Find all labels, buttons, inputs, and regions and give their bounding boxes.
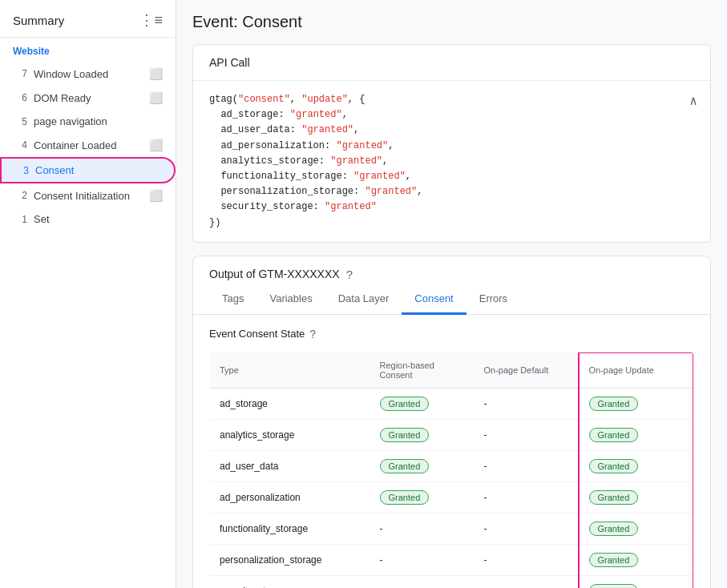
cell-region: Granted (370, 389, 475, 420)
code-line-1: gtag("consent", "update", { (209, 92, 694, 107)
col-header-default: On-page Default (475, 352, 579, 389)
code-line-4: ad_personalization: "granted", (209, 139, 694, 154)
cell-update: Granted (579, 420, 694, 451)
cell-default: - (475, 451, 579, 482)
cell-update: Granted (579, 545, 694, 576)
sidebar-item-dom-ready[interactable]: 6 DOM Ready ⬜ (0, 86, 176, 110)
cell-type: personalization_storage (210, 545, 370, 576)
code-line-6: functionality_storage: "granted", (209, 169, 694, 184)
cell-update: Granted (579, 482, 694, 513)
cell-region: - (370, 513, 475, 545)
sidebar: Summary ⋮≡ Website 7 Window Loaded ⬜ 6 D… (0, 0, 176, 588)
sidebar-item-container-loaded[interactable]: 4 Container Loaded ⬜ (0, 133, 176, 157)
table-row: personalization_storage--Granted (210, 545, 694, 576)
output-tabs: Tags Variables Data Layer Consent Errors (193, 284, 710, 315)
cell-type: analytics_storage (210, 420, 370, 451)
output-card: Output of GTM-XXXXXXX ? Tags Variables D… (192, 256, 711, 588)
code-line-5: analytics_storage: "granted", (209, 154, 694, 169)
cell-default: - (475, 513, 579, 545)
tag-icon: ⬜ (149, 91, 163, 104)
cell-type: functionality_storage (210, 513, 370, 545)
help-icon[interactable]: ? (346, 268, 353, 281)
sidebar-item-page-navigation[interactable]: 5 page navigation (0, 110, 176, 133)
collapse-icon[interactable]: ∧ (689, 92, 697, 113)
cell-default: - (475, 389, 579, 420)
sidebar-title: Summary (13, 14, 64, 27)
consent-help-icon[interactable]: ? (309, 328, 316, 340)
sidebar-item-set[interactable]: 1 Set (0, 207, 176, 231)
cell-default: - (475, 576, 579, 588)
tab-errors[interactable]: Errors (466, 284, 520, 315)
code-line-8: security_storage: "granted" (209, 199, 694, 215)
cell-region: - (370, 545, 475, 576)
cell-default: - (475, 482, 579, 513)
cell-type: ad_user_data (210, 451, 370, 482)
cell-update: Granted (579, 513, 694, 545)
cell-update: Granted (579, 451, 694, 482)
api-call-code: ∧ gtag("consent", "update", { ad_storage… (193, 81, 710, 242)
cell-default: - (475, 420, 579, 451)
sidebar-item-window-loaded[interactable]: 7 Window Loaded ⬜ (0, 62, 176, 86)
output-header: Output of GTM-XXXXXXX ? (193, 256, 710, 281)
table-row: ad_personalizationGranted-Granted (210, 482, 694, 513)
tag-icon: ⬜ (149, 139, 163, 151)
api-call-card: API Call ∧ gtag("consent", "update", { a… (192, 44, 711, 243)
sidebar-header: Summary ⋮≡ (0, 0, 176, 38)
code-line-2: ad_storage: "granted", (209, 107, 694, 123)
output-title: Output of GTM-XXXXXXX (209, 268, 340, 280)
tag-icon: ⬜ (149, 189, 163, 202)
table-row: security_storage--Granted (210, 576, 694, 588)
tab-data-layer[interactable]: Data Layer (325, 284, 402, 315)
consent-table: Type Region-basedConsent On-page Default… (209, 352, 694, 588)
col-header-type: Type (210, 352, 370, 389)
main-content: Event: Consent API Call ∧ gtag("consent"… (176, 0, 727, 588)
tab-consent[interactable]: Consent (402, 284, 466, 315)
code-line-3: ad_user_data: "granted", (209, 123, 694, 138)
sidebar-item-consent-initialization[interactable]: 2 Consent Initialization ⬜ (0, 183, 176, 207)
cell-update: Granted (579, 576, 694, 588)
page-title: Event: Consent (192, 13, 711, 31)
cell-type: security_storage (210, 576, 370, 588)
col-header-update: On-page Update (579, 352, 694, 389)
table-row: ad_storageGranted-Granted (210, 389, 694, 420)
tag-icon: ⬜ (149, 67, 163, 80)
api-call-header: API Call (193, 45, 710, 81)
cell-region: Granted (370, 451, 475, 482)
cell-default: - (475, 545, 579, 576)
cell-type: ad_personalization (210, 482, 370, 513)
table-row: analytics_storageGranted-Granted (210, 420, 694, 451)
code-line-9: }) (209, 215, 694, 231)
tab-variables[interactable]: Variables (256, 284, 325, 315)
sidebar-section-website: Website (0, 38, 176, 62)
cell-update: Granted (579, 389, 694, 420)
cell-region: Granted (370, 420, 475, 451)
sidebar-item-consent[interactable]: 3 Consent (0, 157, 176, 183)
table-row: functionality_storage--Granted (210, 513, 694, 545)
code-line-7: personalization_storage: "granted", (209, 184, 694, 199)
consent-section-label: Event Consent State ? (209, 328, 694, 340)
cell-region: - (370, 576, 475, 588)
cell-type: ad_storage (210, 389, 370, 420)
col-header-region: Region-basedConsent (370, 352, 475, 389)
table-row: ad_user_dataGranted-Granted (210, 451, 694, 482)
tab-tags[interactable]: Tags (209, 284, 256, 315)
consent-section: Event Consent State ? Type Region-basedC… (193, 315, 710, 588)
delete-icon[interactable]: ⋮≡ (139, 11, 163, 29)
cell-region: Granted (370, 482, 475, 513)
